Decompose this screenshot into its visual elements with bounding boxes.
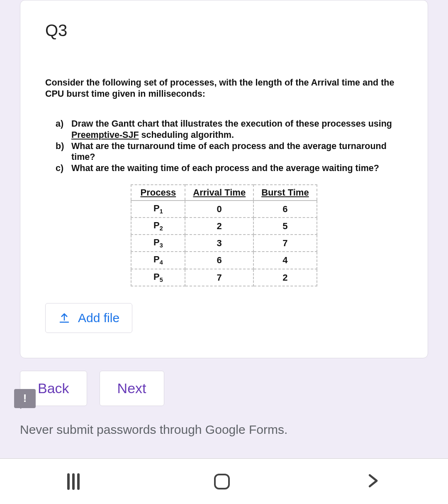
recent-apps-button[interactable]: [67, 473, 80, 490]
col-burst: Burst Time: [253, 185, 317, 201]
alert-icon: !: [23, 392, 27, 405]
home-button[interactable]: [214, 474, 230, 489]
question-part-c: c) What are the waiting time of each pro…: [56, 163, 403, 174]
report-problem-button[interactable]: !: [14, 389, 36, 408]
system-back-button[interactable]: [364, 472, 381, 491]
question-part-a: a) Draw the Gantt chart that illustrates…: [56, 118, 403, 141]
table-row: P5 7 2: [131, 269, 317, 286]
process-table: Process Arrival Time Burst Time P1 0 6 P…: [131, 184, 317, 286]
col-arrival: Arrival Time: [185, 185, 253, 201]
table-row: P3 3 7: [131, 235, 317, 252]
upload-icon: [58, 312, 71, 324]
col-process: Process: [131, 185, 185, 201]
chevron-right-icon: [364, 472, 381, 489]
table-row: P4 6 4: [131, 252, 317, 269]
disclaimer-text: Never submit passwords through Google Fo…: [20, 423, 428, 437]
question-body: Consider the following set of processes,…: [45, 77, 403, 286]
question-title: Q3: [45, 21, 403, 40]
question-card: Q3 Consider the following set of process…: [20, 0, 428, 358]
next-button[interactable]: Next: [100, 371, 164, 406]
table-row: P1 0 6: [131, 201, 317, 218]
question-intro: Consider the following set of processes,…: [45, 77, 403, 100]
android-nav-bar: [0, 458, 448, 504]
add-file-label: Add file: [78, 311, 119, 325]
table-row: P2 2 5: [131, 218, 317, 235]
question-part-b: b) What are the turnaround time of each …: [56, 141, 403, 163]
add-file-button[interactable]: Add file: [45, 303, 132, 333]
